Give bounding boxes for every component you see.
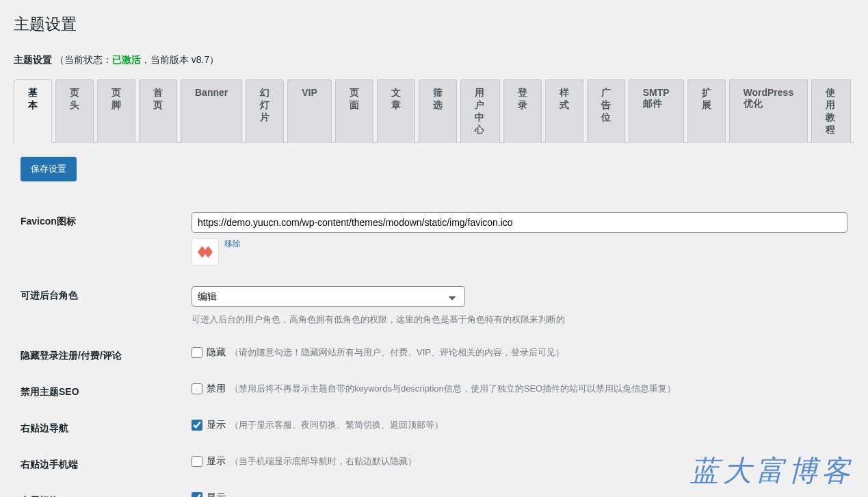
save-button[interactable]: 保存设置	[21, 157, 77, 181]
hide-login-checkbox[interactable]	[192, 347, 202, 358]
fullscreen-checkbox-label: 显示	[207, 492, 226, 497]
backend-role-select[interactable]: 编辑	[192, 286, 465, 307]
tab-10[interactable]: 用户中心	[460, 79, 500, 143]
tab-12[interactable]: 样式	[545, 79, 583, 143]
right-nav-checkbox-label: 显示	[207, 419, 226, 431]
tab-2[interactable]: 页脚	[97, 79, 135, 143]
subtitle: 主题设置 （当前状态：已激活，当前版本 v8.7）	[14, 54, 854, 66]
status-prefix: （当前状态：	[55, 54, 112, 65]
right-nav-label: 右贴边导航	[14, 409, 185, 445]
disable-seo-checkbox-label: 禁用	[207, 383, 226, 395]
disable-seo-label: 禁用主题SEO	[14, 372, 185, 409]
tab-14[interactable]: SMTP邮件	[629, 79, 684, 143]
tab-3[interactable]: 首页	[139, 79, 177, 143]
tab-17[interactable]: 使用教程	[811, 79, 851, 143]
favicon-icon	[196, 243, 214, 261]
right-nav-mobile-checkbox[interactable]	[192, 456, 202, 467]
hide-login-hint: （请勿随意勾选！隐藏网站所有与用户、付费、VIP、评论相关的内容，登录后可见）	[230, 346, 564, 359]
subtitle-label: 主题设置	[14, 54, 52, 65]
favicon-remove-link[interactable]: 移除	[224, 238, 241, 250]
page-title: 主题设置	[14, 14, 854, 35]
disable-seo-checkbox[interactable]	[192, 383, 202, 394]
favicon-input[interactable]	[192, 212, 847, 233]
tab-4[interactable]: Banner	[181, 79, 242, 143]
status-value: 已激活	[112, 54, 141, 65]
tab-5[interactable]: 幻灯片	[246, 79, 284, 143]
settings-form: Favicon图标 移除 可进后台角色 编辑 可进入后台的用户角色，高角色拥有低…	[14, 202, 854, 497]
right-nav-mobile-checkbox-label: 显示	[207, 455, 226, 468]
backend-role-desc: 可进入后台的用户角色，高角色拥有低角色的权限，这里的角色是基于角色特有的权限来判…	[192, 314, 847, 326]
right-nav-checkbox[interactable]	[192, 420, 202, 431]
tab-8[interactable]: 文章	[377, 79, 415, 143]
right-nav-mobile-label: 右贴边手机端	[14, 445, 185, 481]
tab-11[interactable]: 登录	[503, 79, 542, 143]
favicon-preview	[192, 238, 219, 266]
right-nav-hint: （用于显示客服、夜间切换、繁简切换、返回顶部等）	[230, 419, 443, 431]
tab-13[interactable]: 广告位	[587, 79, 625, 143]
hide-login-label: 隐藏登录注册/付费/评论	[14, 336, 185, 372]
tab-15[interactable]: 扩展	[687, 79, 726, 143]
right-nav-mobile-hint: （当手机端显示底部导航时，右贴边默认隐藏）	[230, 455, 417, 468]
tab-1[interactable]: 页头	[55, 79, 94, 143]
tab-6[interactable]: VIP	[287, 79, 332, 143]
fullscreen-checkbox[interactable]	[192, 492, 202, 497]
tab-0[interactable]: 基本	[14, 79, 52, 143]
tab-7[interactable]: 页面	[335, 79, 373, 143]
backend-role-label: 可进后台角色	[14, 276, 185, 336]
tab-9[interactable]: 筛选	[419, 79, 457, 143]
favicon-label: Favicon图标	[14, 202, 185, 276]
disable-seo-hint: （禁用后将不再显示主题自带的keywords与description信息，使用了…	[230, 383, 676, 395]
version-text: ，当前版本 v8.7）	[141, 54, 219, 65]
hide-login-checkbox-label: 隐藏	[207, 346, 226, 359]
fullscreen-label: 全屏切换	[14, 481, 185, 497]
tabs: 基本页头页脚首页Banner幻灯片VIP页面文章筛选用户中心登录样式广告位SMT…	[14, 79, 854, 143]
tab-16[interactable]: WordPress优化	[729, 79, 808, 143]
